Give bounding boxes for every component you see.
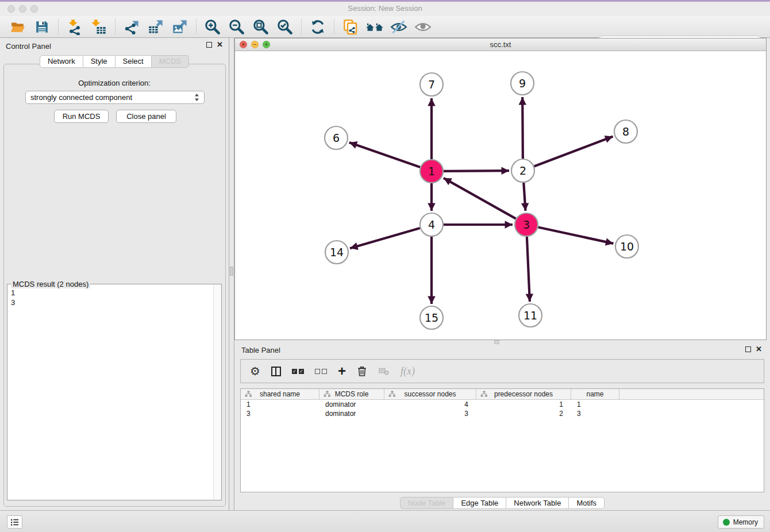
edge-2-3[interactable] (523, 183, 525, 211)
cell-shared-name[interactable]: 1 (241, 400, 319, 409)
edge-2-8[interactable] (534, 137, 613, 167)
toolbar-separator (334, 19, 334, 35)
close-panel-icon[interactable]: ✕ (217, 41, 223, 48)
edge-2-9[interactable] (522, 97, 523, 159)
tab-network-table[interactable]: Network Table (506, 497, 569, 509)
edge-4-14[interactable] (350, 228, 420, 248)
delete-column-icon[interactable] (357, 364, 367, 379)
edge-3-1[interactable] (444, 178, 516, 219)
export-table-icon[interactable] (146, 18, 165, 36)
svg-text:2: 2 (519, 164, 526, 177)
control-panel-title: Control Panel (6, 42, 51, 51)
tab-edge-table[interactable]: Edge Table (453, 497, 506, 509)
app-titlebar: Session: New Session (0, 2, 770, 16)
svg-text:14: 14 (330, 246, 344, 259)
node-15[interactable]: 15 (420, 306, 443, 329)
zoom-in-icon[interactable] (203, 18, 222, 36)
edge-3-11[interactable] (527, 237, 530, 302)
hide-selected-icon[interactable] (389, 18, 409, 36)
column-header-predecessor-nodes[interactable]: predecessor nodes (476, 389, 571, 399)
edge-1-2[interactable] (444, 171, 509, 171)
memory-button[interactable]: Memory (718, 515, 764, 529)
edge-3-10[interactable] (538, 228, 614, 244)
import-network-icon[interactable] (65, 18, 84, 36)
import-table-icon[interactable] (89, 18, 109, 36)
criterion-dropdown[interactable]: strongly connected component (25, 91, 205, 104)
node-7[interactable]: 7 (420, 73, 443, 96)
zoom-out-icon[interactable] (227, 18, 247, 36)
node-14[interactable]: 14 (325, 241, 348, 264)
edge-1-6[interactable] (349, 142, 421, 167)
select-all-icon[interactable]: ✓✓ (292, 364, 304, 379)
node-3[interactable]: 3 (515, 213, 538, 236)
tab-select[interactable]: Select (116, 55, 152, 68)
run-mcds-button[interactable]: Run MCDS (54, 110, 109, 123)
export-network-icon[interactable] (122, 18, 141, 36)
node-9[interactable]: 9 (511, 72, 534, 95)
splitter-grip[interactable] (230, 267, 233, 276)
float-panel-icon[interactable] (745, 346, 751, 352)
task-history-button[interactable] (7, 515, 22, 529)
vertical-splitter[interactable] (229, 38, 234, 510)
horizontal-splitter[interactable] (234, 340, 770, 345)
node-2[interactable]: 2 (511, 159, 534, 182)
table-row[interactable]: 3dominator323 (241, 409, 764, 418)
svg-text:3: 3 (523, 218, 530, 231)
cell-predecessor-nodes[interactable]: 1 (476, 400, 571, 409)
svg-text:9: 9 (519, 77, 526, 90)
node-4[interactable]: 4 (420, 213, 443, 236)
open-file-icon[interactable] (8, 18, 28, 36)
clone-network-icon[interactable] (341, 18, 360, 36)
table-options-gear-icon[interactable]: ⚙ (250, 364, 260, 379)
node-1[interactable]: 1 (420, 160, 443, 183)
tab-motifs[interactable]: Motifs (569, 497, 605, 509)
network-canvas[interactable]: 7968124314101511 (235, 51, 766, 340)
network-titlebar[interactable]: × − + scc.txt (235, 38, 766, 51)
splitter-grip[interactable] (494, 340, 499, 344)
svg-text:11: 11 (523, 309, 537, 322)
node-table[interactable]: shared nameMCDS rolesuccessor nodesprede… (240, 388, 764, 492)
mcds-result-list: 13 (11, 288, 15, 307)
node-8[interactable]: 8 (614, 120, 637, 143)
show-columns-icon[interactable] (271, 364, 281, 379)
close-panel-button[interactable]: Close panel (116, 110, 176, 123)
toolbar-separator (196, 19, 197, 35)
cell-predecessor-nodes[interactable]: 2 (476, 409, 571, 418)
tab-style[interactable]: Style (83, 55, 116, 68)
cell-MCDS-role[interactable]: dominator (319, 409, 384, 418)
column-header-successor-nodes[interactable]: successor nodes (384, 389, 476, 399)
zoom-fit-icon[interactable] (251, 18, 271, 36)
criterion-value: strongly connected component (30, 93, 194, 102)
svg-text:15: 15 (425, 311, 438, 324)
tab-mcds[interactable]: MCDS (152, 55, 189, 68)
zoom-selected-icon[interactable] (275, 18, 295, 36)
cell-name[interactable]: 1 (571, 400, 619, 409)
apply-layout-icon[interactable] (308, 18, 328, 36)
close-panel-icon[interactable]: ✕ (756, 346, 762, 353)
table-row[interactable]: 1dominator411 (241, 400, 764, 409)
add-column-icon[interactable]: + (338, 364, 346, 379)
cell-shared-name[interactable]: 3 (241, 409, 319, 418)
result-scrollbar[interactable] (213, 284, 221, 500)
cell-name[interactable]: 3 (571, 409, 619, 418)
mcds-result-box: MCDS result (2 nodes) 13 (7, 284, 222, 500)
tab-network[interactable]: Network (40, 55, 83, 68)
node-6[interactable]: 6 (325, 126, 348, 149)
show-all-networks-icon[interactable] (365, 18, 384, 36)
float-panel-icon[interactable] (206, 42, 212, 48)
column-header-name[interactable]: name (571, 389, 619, 399)
node-10[interactable]: 10 (615, 235, 638, 258)
deselect-all-icon[interactable] (315, 364, 327, 379)
table-panel-title: Table Panel (241, 346, 280, 354)
save-session-icon[interactable] (32, 18, 52, 36)
column-header-shared-name[interactable]: shared name (241, 389, 319, 399)
show-hidden-icon[interactable] (413, 18, 433, 36)
node-11[interactable]: 11 (519, 304, 542, 327)
export-image-icon[interactable] (170, 18, 190, 36)
cell-successor-nodes[interactable]: 3 (384, 409, 476, 418)
mcds-result-title: MCDS result (2 nodes) (11, 280, 90, 288)
tab-node-table[interactable]: Node Table (400, 497, 454, 509)
cell-MCDS-role[interactable]: dominator (319, 400, 384, 409)
cell-successor-nodes[interactable]: 4 (384, 400, 476, 409)
column-header-MCDS-role[interactable]: MCDS role (319, 389, 384, 399)
